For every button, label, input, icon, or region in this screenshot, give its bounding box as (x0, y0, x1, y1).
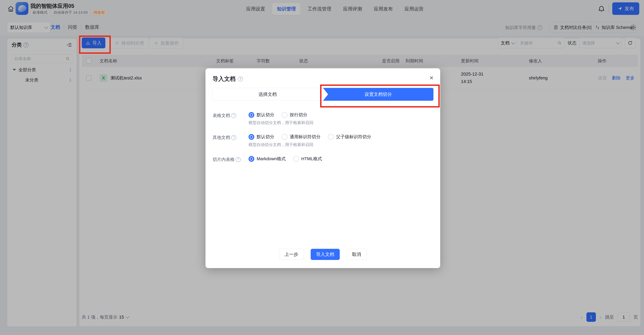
previous-step-button[interactable]: 上一步 (279, 249, 304, 260)
radio-selected-icon (248, 112, 254, 118)
radio-unselected-icon (328, 134, 334, 140)
modal-title: 导入文档 ? (212, 75, 243, 83)
other-doc-label: 其他文档 ? (212, 135, 236, 140)
radio-label: 按行切分 (290, 112, 307, 118)
table-doc-radio-group: 默认切分 按行切分 (248, 112, 307, 118)
radio-label: 通用标识符切分 (290, 134, 320, 140)
radio-label: 默认切分 (257, 134, 274, 140)
other-doc-label-text: 其他文档 (212, 135, 230, 140)
table-doc-label-text: 表格文档 (212, 113, 230, 119)
other-doc-help: 模型自动切分文档，用于检索和召回 (248, 142, 314, 147)
radio-unselected-icon (293, 156, 299, 162)
radio-unselected-icon (282, 134, 288, 140)
radio-common-identifier-split[interactable]: 通用标识符切分 (282, 134, 320, 140)
help-icon[interactable]: ? (238, 76, 243, 82)
radio-selected-icon (248, 134, 254, 140)
radio-label: Markdown格式 (257, 156, 286, 162)
modal-footer: 上一步 导入文档 取消 (206, 249, 440, 260)
help-icon[interactable]: ? (231, 113, 236, 118)
radio-default-split[interactable]: 默认切分 (248, 134, 274, 140)
radio-label: HTML格式 (301, 156, 322, 162)
radio-parent-child-identifier-split[interactable]: 父子级标识符切分 (328, 134, 371, 140)
table-doc-label: 表格文档 ? (212, 113, 236, 119)
app-screen: 我的智能体应用05 标准模式 自动保存于 14:13:53 待发布 应用设置 知… (0, 0, 644, 335)
table-in-chunk-label-text: 切片内表格 (212, 157, 234, 162)
radio-markdown-format[interactable]: Markdown格式 (248, 156, 286, 162)
cancel-button[interactable]: 取消 (346, 249, 367, 260)
help-icon[interactable]: ? (231, 135, 236, 140)
step-select-document[interactable]: 选择文档 (212, 88, 323, 101)
table-in-chunk-label: 切片内表格 ? (212, 157, 240, 162)
radio-unselected-icon (282, 112, 288, 118)
modal-steps: 选择文档 设置文档切分 (212, 88, 434, 101)
help-icon[interactable]: ? (236, 157, 240, 162)
radio-selected-icon (248, 156, 254, 162)
radio-default-split[interactable]: 默认切分 (248, 112, 274, 118)
modal-title-text: 导入文档 (212, 75, 236, 83)
table-in-chunk-radio-group: Markdown格式 HTML格式 (248, 156, 322, 162)
other-doc-radio-group: 默认切分 通用标识符切分 父子级标识符切分 (248, 134, 371, 140)
step-set-splitting[interactable]: 设置文档切分 (323, 88, 434, 101)
radio-row-split[interactable]: 按行切分 (282, 112, 307, 118)
import-document-button[interactable]: 导入文档 (311, 249, 340, 260)
close-icon[interactable]: × (430, 74, 434, 81)
radio-label: 父子级标识符切分 (336, 134, 371, 140)
import-document-modal: 导入文档 ? × 选择文档 设置文档切分 表格文档 ? 默认切分 按行切分 模型… (206, 68, 440, 268)
table-doc-help: 模型自动切分文档，用于检索和召回 (248, 120, 314, 125)
radio-html-format[interactable]: HTML格式 (293, 156, 322, 162)
radio-label: 默认切分 (257, 112, 274, 118)
